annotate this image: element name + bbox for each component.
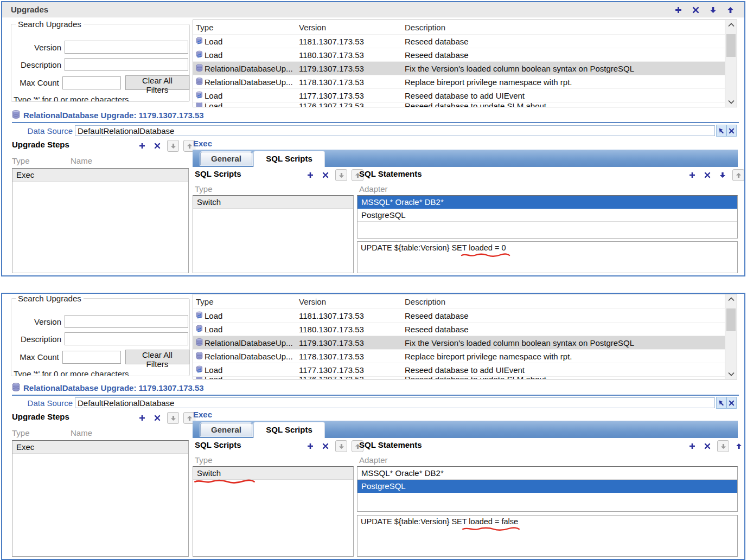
clear-data-source-icon[interactable] [726,397,737,409]
move-down-button[interactable] [717,440,729,452]
sql-scripts-toolbar [305,169,363,181]
add-button[interactable] [687,170,698,181]
add-button[interactable] [305,441,316,452]
adapter-row-selected[interactable]: PostgreSQL [357,480,737,493]
table-row-selected[interactable]: RelationalDatabaseUp... 1179.1307.173.53… [193,336,737,349]
adapter-row-selected[interactable]: MSSQL* Oracle* DB2* [357,196,737,209]
chevron-up-icon[interactable] [725,297,737,301]
remove-button[interactable] [320,170,331,181]
version-input[interactable] [65,41,188,54]
table-row[interactable]: RelationalDatabaseUp... 1178.1307.173.53… [193,75,737,88]
table-row[interactable]: Load 1181.1307.173.53 Reseed database [193,308,737,322]
sql-script-row[interactable]: Switch [193,467,353,480]
database-sync-icon [196,91,203,100]
panel-titlebar: Upgrades [2,2,744,17]
tab-general[interactable]: General [200,423,252,436]
move-up-button[interactable] [732,169,744,181]
add-button[interactable] [673,4,684,15]
title-rule [12,395,739,396]
database-sync-icon [196,311,203,320]
upgrade-steps-columns: Type Name [12,428,92,437]
upgrades-table: Type Version Description Load 1181.1307.… [193,20,737,107]
table-row[interactable]: Load 1181.1307.173.53 Reseed database [193,34,737,48]
remove-button[interactable] [152,140,163,151]
scrollbar-thumb[interactable] [726,308,736,331]
chevron-down-icon[interactable] [725,100,737,104]
detail-title: RelationalDatabase Upgrade: 1179.1307.17… [12,383,204,393]
sql-statement-editor[interactable]: UPDATE ${table:Version} SET loaded = 0 [357,241,738,273]
tab-general[interactable]: General [200,152,252,165]
add-button[interactable] [305,170,316,181]
table-row-selected[interactable]: RelationalDatabaseUp... 1179.1307.173.53… [193,61,737,75]
clear-all-filters-button[interactable]: Clear All Filters [125,350,189,364]
col-version: Version [299,297,405,306]
version-input[interactable] [65,315,188,328]
upgrade-steps-title: Upgrade Steps [12,140,69,149]
tab-sql-scripts[interactable]: SQL Scripts [253,422,325,438]
chevron-down-icon[interactable] [725,372,737,376]
upgrade-steps-toolbar [137,140,195,152]
cursor-arrow-icon[interactable] [716,125,726,137]
table-row-clipped[interactable]: Load 1176.1307.173.53 Reseed database to… [193,376,737,379]
move-down-button[interactable] [335,169,347,181]
sql-script-row[interactable]: Switch [193,196,353,209]
table-row[interactable]: Load 1180.1307.173.53 Reseed database [193,48,737,61]
upgrade-step-row[interactable]: Exec [12,169,188,182]
remove-button[interactable] [320,441,331,452]
data-source-label: Data Source [27,398,73,408]
table-row-clipped[interactable]: Load 1176.1307.173.53 Reseed database to… [193,102,737,107]
move-down-button[interactable] [167,140,179,152]
add-button[interactable] [687,441,698,452]
upgrades-table: Type Version Description Load 1181.1307.… [193,294,737,379]
upgrades-panel-top: Upgrades Search Upgrades Version Descrip… [1,1,745,276]
scrollbar-thumb[interactable] [726,34,736,57]
tab-bar: General SQL Scripts [193,150,738,167]
chevron-up-icon[interactable] [725,23,737,27]
move-down-button[interactable] [717,170,728,181]
adapter-row[interactable]: PostgreSQL [357,209,737,222]
sql-scripts-list: Switch [193,466,354,557]
clear-all-filters-button[interactable]: Clear All Filters [125,75,189,90]
data-source-field[interactable]: DefaultRelationalDatabase [75,125,715,136]
table-scrollbar[interactable] [725,20,737,107]
database-icon [196,78,203,87]
table-row[interactable]: Load 1180.1307.173.53 Reseed database [193,322,737,336]
detail-title-text: RelationalDatabase Upgrade: 1179.1307.17… [23,111,204,120]
move-up-button[interactable] [733,441,744,452]
search-upgrades-legend: Search Upgrades [16,20,84,29]
description-label: Description [11,60,61,69]
move-down-button[interactable] [167,412,179,424]
remove-button[interactable] [702,170,713,181]
upgrade-step-row[interactable]: Exec [12,441,188,454]
remove-button[interactable] [702,441,713,452]
search-upgrades-group: Search Upgrades Version Description Max … [11,20,190,102]
move-up-button[interactable] [725,4,736,15]
panel-title: Upgrades [11,5,48,14]
add-button[interactable] [137,413,148,423]
move-down-button[interactable] [335,440,347,452]
max-count-input[interactable] [62,351,121,364]
data-source-field[interactable]: DefaultRelationalDatabase [75,397,715,408]
remove-button[interactable] [690,4,701,15]
table-row[interactable]: Load 1177.1307.173.53 Reseed database to… [193,88,737,102]
remove-button[interactable] [152,413,163,423]
add-button[interactable] [137,140,148,151]
sql-statement-editor[interactable]: UPDATE ${table:Version} SET loaded = fal… [357,515,738,557]
panel-toolbar [673,4,736,15]
clear-data-source-icon[interactable] [726,125,737,137]
upgrade-steps-title: Upgrade Steps [12,412,69,421]
database-sync-icon [196,37,203,46]
description-input[interactable] [65,332,188,345]
cursor-arrow-icon[interactable] [716,397,726,409]
tab-sql-scripts[interactable]: SQL Scripts [253,151,325,167]
max-count-input[interactable] [62,76,121,89]
table-scrollbar[interactable] [725,294,737,379]
adapter-row[interactable]: MSSQL* Oracle* DB2* [357,467,737,480]
exec-label: Exec [193,410,212,419]
upgrade-steps-toolbar [137,412,195,424]
move-down-button[interactable] [707,4,718,15]
table-row[interactable]: RelationalDatabaseUp... 1178.1307.173.53… [193,349,737,363]
data-source-label: Data Source [27,126,73,136]
table-row[interactable]: Load 1177.1307.173.53 Reseed database to… [193,363,737,376]
description-input[interactable] [65,58,188,71]
